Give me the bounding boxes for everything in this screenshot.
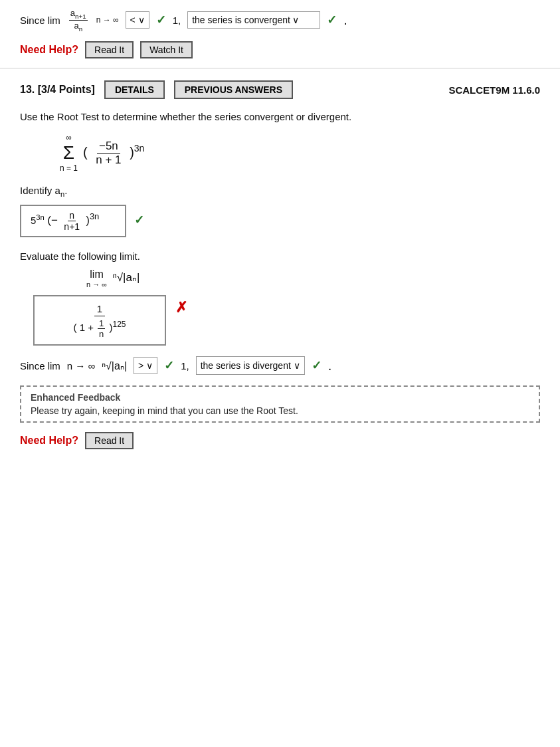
watch-it-btn-top[interactable]: Watch It: [140, 41, 193, 58]
prev-answers-btn[interactable]: PREVIOUS ANSWERS: [174, 80, 293, 99]
operator-select-top[interactable]: < ∨: [126, 11, 149, 29]
lim-fraction-top: an+1 an: [67, 8, 90, 32]
series-display: ∞ Σ n = 1 ( −5n n + 1 )3n: [60, 133, 540, 173]
check-identify: ✓: [134, 213, 144, 227]
identify-label: Identify an.: [20, 185, 540, 198]
dot-top: .: [343, 13, 347, 28]
lim-2: n → ∞: [67, 360, 95, 372]
feedback-title: Enhanced Feedback: [31, 392, 529, 403]
lim-sub-top: n → ∞: [96, 15, 119, 25]
value-2: 1,: [181, 360, 189, 372]
chevron-icon-2: ∨: [294, 360, 300, 371]
check-top-1: ✓: [156, 13, 166, 27]
sigma-sup: ∞: [66, 133, 72, 142]
sigma-sub: n = 1: [60, 163, 78, 173]
limit-expr: ⁿ√|aₙ|: [113, 271, 140, 284]
feedback-box: Enhanced Feedback Please try again, keep…: [20, 385, 540, 423]
need-help-label-top: Need Help?: [20, 44, 78, 56]
series-status-select-top[interactable]: the series is convergent ∨: [187, 11, 320, 29]
value-top-1: 1,: [173, 15, 181, 26]
series-term: ( −5n n + 1 )3n: [83, 140, 144, 167]
operator-select-2[interactable]: > ∨: [134, 357, 157, 374]
read-it-btn-top[interactable]: Read It: [85, 41, 134, 58]
identify-answer-box: 53n (− n n+1 )3n: [20, 205, 126, 237]
limit-display: lim n → ∞ ⁿ√|aₙ|: [86, 268, 540, 288]
details-btn[interactable]: DETAILS: [104, 80, 165, 99]
limit-answer-box: 1 ( 1 + 1 n )125: [33, 295, 166, 346]
sigma-symbol: Σ: [63, 142, 74, 163]
limit-expr-2: ⁿ√|aₙ|: [102, 360, 127, 372]
feedback-text: Please try again, keeping in mind that y…: [31, 405, 529, 416]
check-since-2: ✓: [164, 358, 174, 373]
evaluate-label: Evaluate the following limit.: [20, 251, 540, 262]
read-it-btn-2[interactable]: Read It: [85, 432, 134, 449]
dot-2: .: [328, 358, 332, 374]
since-text-top: Since lim: [20, 15, 60, 26]
series-status-select-2[interactable]: the series is divergent ∨: [196, 356, 305, 375]
scalcet-label: SCALCET9M 11.6.0: [448, 84, 540, 96]
check-top-2: ✓: [327, 13, 337, 27]
since-text-2: Since lim: [20, 360, 60, 372]
points-label: 13. [3/4 Points]: [20, 84, 95, 96]
problem-instruction: Use the Root Test to determine whether t…: [20, 111, 540, 122]
need-help-label-2: Need Help?: [20, 435, 78, 447]
check-since-2b: ✓: [312, 358, 322, 373]
chevron-icon-top: ∨: [292, 15, 299, 25]
x-mark: ✗: [175, 299, 187, 316]
